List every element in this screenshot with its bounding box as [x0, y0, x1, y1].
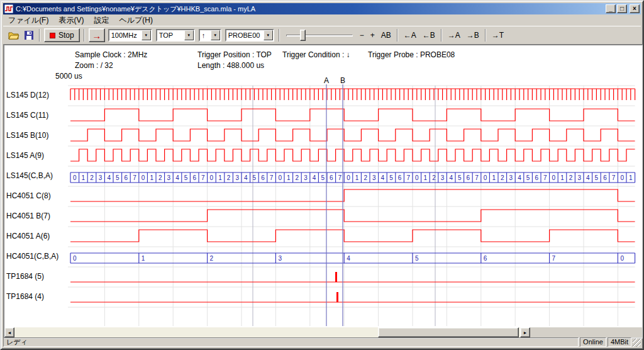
bus-value: 1	[355, 174, 359, 181]
bus-value: 6	[467, 174, 470, 181]
bus-value: 6	[535, 174, 538, 181]
bus-value: 4	[381, 174, 385, 181]
bus-value: 4	[347, 255, 350, 262]
bus-value: 3	[509, 174, 513, 181]
bus-value: 7	[552, 255, 556, 262]
statusbar: レディ Online 4MBit	[3, 336, 641, 347]
bus-value: 5	[415, 255, 419, 262]
bus-value: 7	[475, 174, 479, 181]
bus-value: 5	[458, 174, 462, 181]
bus-value: 6	[125, 174, 128, 181]
bus-value: 2	[210, 255, 214, 262]
bus-value: 2	[432, 174, 436, 181]
bus-value: 1	[560, 174, 564, 181]
bus-value: 0	[73, 255, 77, 262]
bus-value: 3	[577, 174, 581, 181]
bus-value: 3	[99, 174, 103, 181]
bus-value: 0	[415, 174, 419, 181]
status-ready: レディ	[3, 337, 579, 347]
bus-value: 7	[201, 174, 205, 181]
bus-value: 3	[278, 255, 282, 262]
bus-value: 4	[586, 174, 590, 181]
bus-value: 7	[133, 174, 136, 181]
bus-value: 5	[184, 174, 188, 181]
bus-value: 0	[347, 174, 350, 181]
bus-value: 7	[406, 174, 410, 181]
waveform-row	[70, 109, 635, 121]
bus-value: 5	[526, 174, 530, 181]
bus-value: 4	[313, 174, 316, 181]
bus-value: 1	[218, 174, 222, 181]
resize-grip[interactable]	[633, 339, 641, 347]
waveform-row	[70, 230, 635, 242]
bus-value: 5	[389, 174, 393, 181]
bus-value: 2	[296, 174, 299, 181]
bus-value: 1	[287, 174, 291, 181]
waveform-row	[70, 149, 635, 161]
bus-value: 2	[364, 174, 367, 181]
status-memory: 4MBit	[608, 337, 631, 347]
bus-value: 1	[629, 174, 633, 181]
bus-value: 1	[82, 174, 86, 181]
bus-value: 2	[569, 174, 573, 181]
bus-value: 0	[278, 174, 282, 181]
bus-value: 6	[261, 174, 265, 181]
bus-value: 6	[603, 174, 607, 181]
bus-value: 3	[235, 174, 239, 181]
bus-value: 5	[321, 174, 325, 181]
app-window: C:¥Documents and Settings¥noname¥デスクトップ¥…	[0, 0, 644, 350]
status-online: Online	[580, 337, 606, 347]
waveform-row	[70, 129, 635, 141]
waveform-canvas[interactable]: 0123456701234567012345670123456701234567…	[1, 1, 644, 350]
bus-value: 1	[424, 174, 428, 181]
bus-value: 2	[227, 174, 231, 181]
waveform-row	[70, 210, 635, 222]
bus-value: 2	[90, 174, 94, 181]
bus-value: 2	[158, 174, 162, 181]
bus-value: 6	[330, 174, 333, 181]
bus-value: 6	[484, 255, 487, 262]
bus-value: 0	[73, 174, 77, 181]
bus-value: 5	[116, 174, 119, 181]
bus-value: 0	[484, 174, 487, 181]
bus-value: 4	[175, 174, 179, 181]
bus-value: 4	[518, 174, 521, 181]
bus-value: 7	[338, 174, 342, 181]
bus-value: 3	[304, 174, 308, 181]
bus-value: 7	[612, 174, 616, 181]
pulse	[335, 272, 337, 282]
bus-value: 7	[543, 174, 547, 181]
bus-value: 2	[501, 174, 504, 181]
bus-value: 3	[167, 174, 171, 181]
bus-value: 1	[142, 255, 145, 262]
pulse	[336, 292, 338, 302]
bus-value: 0	[552, 174, 556, 181]
bus-value: 1	[492, 174, 496, 181]
bus-value: 4	[244, 174, 248, 181]
bus-value: 0	[210, 174, 214, 181]
bus-value: 6	[192, 174, 196, 181]
bus-value: 0	[620, 255, 624, 262]
bus-value: 6	[398, 174, 402, 181]
bus-value: 0	[142, 174, 145, 181]
bus-value: 1	[150, 174, 153, 181]
bus-value: 3	[372, 174, 376, 181]
bus-value: 3	[441, 174, 445, 181]
waveform-row	[70, 189, 635, 201]
bus-value: 4	[449, 174, 453, 181]
bus-value: 4	[107, 174, 111, 181]
bus-value: 0	[620, 174, 624, 181]
bus-value: 5	[253, 174, 257, 181]
bus-value: 7	[270, 174, 274, 181]
bus-value: 5	[595, 174, 599, 181]
